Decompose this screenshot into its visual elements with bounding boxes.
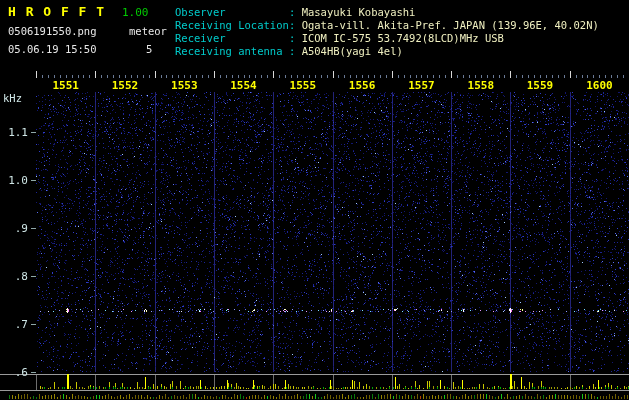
capture-datetime: 05.06.19 15:50 (8, 43, 97, 55)
time-label: 1554 (224, 79, 264, 92)
station-info-row: Receiver: ICOM IC-575 53.7492(8LCD)MHz U… (175, 32, 599, 45)
info-colon: : (289, 32, 302, 44)
info-label: Receiving Location (175, 19, 289, 32)
info-value: Masayuki Kobayashi (302, 6, 416, 18)
info-colon: : (289, 45, 302, 57)
freq-tick-label: .9 (2, 222, 28, 235)
time-label: 1552 (105, 79, 145, 92)
station-info-row: Observer: Masayuki Kobayashi (175, 6, 599, 19)
time-label: 1600 (579, 79, 619, 92)
info-colon: : (289, 6, 302, 18)
info-label: Receiving antenna (175, 45, 289, 58)
capture-filename: 0506191550.png (8, 25, 97, 37)
info-value: A504HB(yagi 4el) (302, 45, 403, 57)
time-label: 1555 (283, 79, 323, 92)
app-version: 1.00 (122, 6, 149, 19)
app-logo: H R O F F T (8, 4, 105, 19)
info-colon: : (289, 19, 302, 31)
spectrogram-canvas (0, 0, 629, 400)
info-value: Ogata-vill. Akita-Pref. JAPAN (139.96E, … (302, 19, 599, 31)
meteor-count: 5 (146, 43, 152, 55)
time-label: 1557 (401, 79, 441, 92)
time-label: 1553 (164, 79, 204, 92)
freq-tick-label: .7 (2, 318, 28, 331)
freq-tick-label: .6 (2, 366, 28, 379)
time-label: 1558 (461, 79, 501, 92)
time-label: 1559 (520, 79, 560, 92)
freq-unit-label: kHz (3, 92, 22, 104)
hrofft-screen: H R O F F T 1.00 0506191550.png meteor 0… (0, 0, 629, 400)
info-label: Receiver (175, 32, 289, 45)
station-info: Observer: Masayuki KobayashiReceiving Lo… (175, 6, 599, 58)
info-label: Observer (175, 6, 289, 19)
mode-label: meteor (129, 25, 167, 37)
freq-tick-label: 1.0 (2, 174, 28, 187)
time-label: 1556 (342, 79, 382, 92)
info-value: ICOM IC-575 53.7492(8LCD)MHz USB (302, 32, 504, 44)
freq-tick-label: 1.1 (2, 126, 28, 139)
station-info-row: Receiving antenna: A504HB(yagi 4el) (175, 45, 599, 58)
freq-tick-label: .8 (2, 270, 28, 283)
time-label: 1551 (46, 79, 86, 92)
station-info-row: Receiving Location: Ogata-vill. Akita-Pr… (175, 19, 599, 32)
